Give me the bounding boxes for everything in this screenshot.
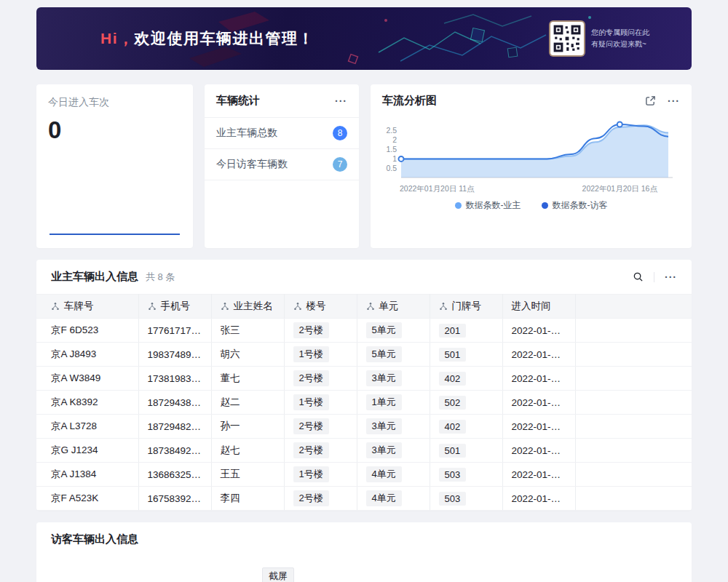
legend-label: 数据条数-访客 [553,199,608,212]
cell-tag: 402 [439,420,467,434]
table-cell: 2号楼 [284,367,357,391]
owner-vehicle-table: 车牌号手机号业主姓名楼号单元门牌号进入时间京F 6D52317761717…张三… [36,294,692,511]
table-row: 京A K839218729438…赵二1号楼1单元5022022-01-… [36,391,692,415]
field-icon [51,302,60,311]
cell-tag: 2号楼 [293,322,329,338]
table-cell: 17761717… [138,319,211,343]
table-cell: 京F 6D523 [36,319,138,343]
banner-title-text: 欢迎使用车辆进出管理！ [135,30,315,47]
table-cell-filler [575,463,692,487]
table-cell: 2022-01-… [502,319,575,343]
table-cell: 18729482… [138,415,211,439]
stats-more-button[interactable]: ··· [335,95,347,107]
table-row: 京A L372818729482…孙一2号楼3单元4022022-01-… [36,415,692,439]
column-header[interactable]: 车牌号 [36,295,138,319]
svg-text:1: 1 [392,154,397,163]
cell-tag: 1号楼 [293,346,329,362]
column-label: 单元 [379,300,399,313]
dashboard-page: Hi，欢迎使用车辆进出管理！ [0,0,728,582]
table-cell: 2022-01-… [502,415,575,439]
svg-text:2.5: 2.5 [386,126,397,135]
table-cell: 502 [430,391,502,415]
chart-more-button[interactable]: ··· [668,95,680,107]
table-row: 京G J123418738492…赵七2号楼3单元5012022-01-… [36,439,692,463]
table-cell: 3单元 [357,415,430,439]
table-cell: 3单元 [357,367,430,391]
table-cell: 1号楼 [284,463,357,487]
table-cell: 赵二 [211,391,284,415]
vehicle-stats-card: 车辆统计 ··· 业主车辆总数 8 今日访客车辆数 7 [205,84,359,248]
welcome-banner: Hi，欢迎使用车辆进出管理！ [36,7,692,70]
table-row: 京F 6D52317761717…张三2号楼5单元2012022-01-… [36,319,692,343]
cell-tag: 3单元 [366,442,402,458]
table-cell-filler [575,487,692,511]
cell-tag: 4单元 [366,466,402,482]
table-cell: 张三 [211,319,284,343]
column-header[interactable]: 门牌号 [430,295,502,319]
table-cell: 2号楼 [284,415,357,439]
legend-item[interactable]: 数据条数-业主 [455,199,521,212]
owner-table-count: 共 8 条 [146,271,175,284]
field-icon [366,302,375,311]
table-row: 京A W384917381983…董七2号楼3单元4022022-01-… [36,367,692,391]
table-cell: 2022-01-… [502,487,575,511]
cell-tag: 1单元 [366,394,402,410]
table-cell: 2022-01-… [502,439,575,463]
column-header[interactable]: 业主姓名 [211,295,284,319]
traffic-chart-title: 车流分析图 [382,94,437,108]
table-more-button[interactable]: ··· [665,271,677,283]
table-cell: 501 [430,439,502,463]
vehicle-stats-header: 车辆统计 ··· [205,84,359,118]
table-cell: 董七 [211,367,284,391]
owner-table-header: 业主车辆出入信息 共 8 条 ··· [36,260,692,294]
visitor-table-card: 访客车辆出入信息 截屏 [36,522,692,582]
flow-chart: 0.511.522.52022年01月20日 11点2022年01月20日 16… [379,111,683,199]
legend-label: 数据条数-业主 [466,199,521,212]
stat-badge: 7 [333,157,347,172]
column-header[interactable]: 进入时间 [502,295,575,319]
table-cell-filler [575,319,692,343]
column-header[interactable]: 楼号 [284,295,357,319]
chart-legend: 数据条数-业主数据条数-访客 [371,199,692,212]
visitor-table-title: 访客车辆出入信息 [51,533,677,546]
table-cell: 3单元 [357,439,430,463]
field-icon [293,302,302,311]
stat-label: 今日访客车辆数 [216,158,288,171]
owner-table-title: 业主车辆出入信息 [51,270,138,284]
qr-code[interactable] [550,22,584,55]
table-cell: 402 [430,415,502,439]
table-cell: 2022-01-… [502,463,575,487]
table-row: 京A J138413686325…王五1号楼4单元5032022-01-… [36,463,692,487]
svg-text:2022年01月20日 16点: 2022年01月20日 16点 [582,184,658,193]
column-label: 楼号 [306,300,326,313]
table-cell: 2号楼 [284,487,357,511]
qr-caption-line1: 您的专属顾问在此 [591,27,649,39]
column-header[interactable]: 单元 [357,295,430,319]
column-header[interactable]: 手机号 [138,295,211,319]
summary-cards-row: 今日进入车次 0 车辆统计 ··· 业主车辆总数 8 今日访客车辆数 7 车流分… [36,84,692,248]
legend-item[interactable]: 数据条数-访客 [542,199,608,212]
cell-tag: 503 [439,468,467,482]
table-cell-filler [575,367,692,391]
cell-tag: 2号楼 [293,490,329,506]
svg-text:2: 2 [392,135,397,144]
cell-tag: 201 [439,324,467,338]
cell-tag: 503 [439,492,467,506]
export-icon[interactable] [645,95,656,106]
column-label: 进入时间 [512,300,551,313]
table-cell: 孙一 [211,415,284,439]
table-cell: 1号楼 [284,343,357,367]
table-row: 京A J849319837489…胡六1号楼5单元5012022-01-… [36,343,692,367]
search-icon[interactable] [633,271,644,282]
svg-text:0.5: 0.5 [386,164,397,172]
banner-title-hi: Hi， [100,30,135,47]
column-header-filler [575,295,692,319]
cell-tag: 5单元 [366,346,402,362]
svg-text:1.5: 1.5 [386,145,397,154]
stat-label: 业主车辆总数 [216,127,277,140]
table-cell: 2022-01-… [502,343,575,367]
table-cell: 5单元 [357,319,430,343]
today-entries-axis-line [50,234,180,235]
table-cell-filler [575,415,692,439]
today-entries-value: 0 [48,116,181,144]
